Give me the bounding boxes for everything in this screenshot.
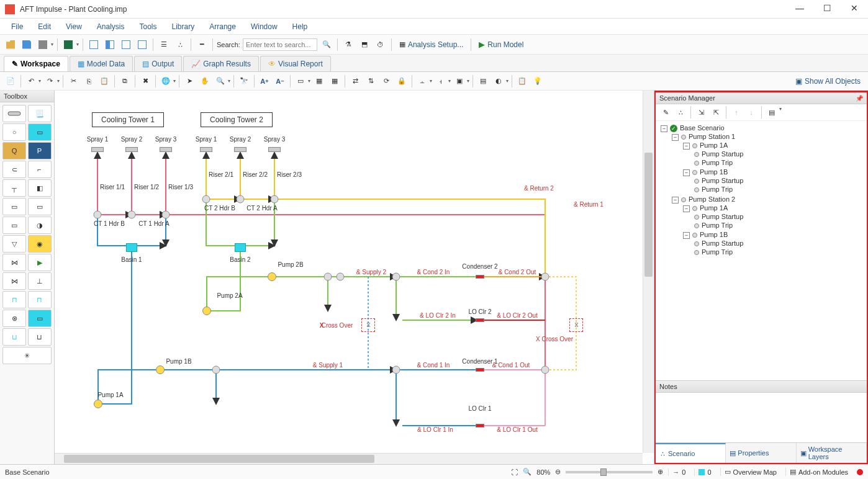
tab-output[interactable]: ▤ Output [134, 56, 182, 71]
node-cond1-out[interactable] [541, 366, 549, 374]
paste-button[interactable]: 📋 [97, 74, 111, 88]
tool-gas-accum[interactable]: ⊓ [2, 291, 26, 308]
collapse-icon[interactable]: − [661, 125, 667, 132]
tool-dead-end[interactable]: ⊔ [2, 328, 26, 346]
tab-properties[interactable]: ▤Properties [726, 443, 796, 463]
node-condenser-1[interactable] [476, 368, 484, 372]
node-ct2-hdrb[interactable] [202, 195, 210, 204]
undo-button[interactable]: ↶ [24, 74, 38, 88]
tool-control-valve[interactable]: ⊗ [2, 310, 26, 327]
snap-button[interactable]: ▦ [328, 74, 341, 88]
options-button[interactable]: ▤ [766, 106, 778, 119]
tool-annotation[interactable]: 📃 [28, 105, 52, 122]
tree-node-p1a-2[interactable]: −Pump 1A Pump Startup Pump Trip [683, 204, 864, 230]
excel-button[interactable] [61, 38, 75, 51]
tool-pipe[interactable] [2, 105, 26, 122]
node-pump-1a[interactable] [94, 400, 102, 408]
node-loclr-1[interactable] [476, 424, 484, 428]
node-loclr-2[interactable] [476, 318, 484, 322]
node-branch-supply2[interactable] [337, 273, 345, 281]
workspace-canvas[interactable]: Cooling Tower 1 Cooling Tower 2 Spray 1 … [55, 91, 643, 453]
delete-button[interactable]: ✖ [138, 74, 152, 88]
tool-valve[interactable]: ⋈ [2, 272, 26, 290]
layout-3-button[interactable] [119, 38, 133, 51]
tab-model-data[interactable]: ▦ Model Data [70, 56, 133, 71]
tree-node-p1b-1[interactable]: −Pump 1B Pump Startup Pump Trip [683, 168, 864, 194]
excel-dropdown[interactable]: ▾ [76, 42, 79, 47]
show-all-objects-button[interactable]: ▣ Show All Objects [792, 76, 864, 87]
tree-view-button[interactable]: ⛬ [674, 106, 687, 119]
tool-spray[interactable]: ▽ [2, 235, 26, 253]
expand-all-button[interactable]: ⇲ [695, 106, 707, 119]
node-spray-1-3[interactable] [160, 147, 172, 152]
zoom-dropdown[interactable]: ▾ [228, 78, 230, 84]
globe-button[interactable]: 🌐 [159, 74, 173, 88]
tool-surge-tank[interactable]: ▭ [28, 123, 52, 141]
tree-node-base[interactable]: −✓Base Scenario −Pump Station 1 −Pump 1A… [661, 123, 864, 258]
tree-node-startup[interactable]: Pump Startup [694, 176, 864, 185]
print-button[interactable] [36, 38, 50, 51]
tool-elbow[interactable]: ⌐ [28, 161, 52, 178]
transient-button[interactable]: ⬒ [358, 38, 371, 51]
tool-turbine[interactable]: ✳ [2, 347, 52, 364]
node-branch-1b[interactable] [212, 366, 220, 374]
tab-scenario[interactable]: ⛬Scenario [656, 443, 726, 463]
addon-modules-button[interactable]: ▤ Add-on Modules [785, 468, 852, 476]
vertical-scrollbar[interactable] [643, 91, 654, 453]
copy-button[interactable]: ⎘ [82, 74, 96, 88]
node-pump-2a[interactable] [202, 307, 211, 315]
menu-analysis[interactable]: Analysis [91, 20, 131, 33]
menu-window[interactable]: Window [245, 20, 284, 33]
node-cond2-in[interactable] [392, 273, 400, 281]
status-box-count[interactable]: 0 [694, 468, 715, 476]
layout-1-button[interactable] [87, 38, 101, 51]
distribute-button[interactable]: ⫞ [434, 74, 448, 88]
menu-tools[interactable]: Tools [133, 20, 163, 33]
tab-visual-report[interactable]: 👁 Visual Report [260, 56, 331, 71]
zoom-out-button[interactable]: ⊖ [555, 468, 561, 476]
menu-file[interactable]: File [5, 20, 29, 33]
zoom-knob[interactable] [600, 468, 607, 476]
node-pump-2b[interactable] [268, 272, 276, 281]
menu-library[interactable]: Library [166, 20, 201, 33]
tool-branch[interactable]: ⊂ [2, 161, 26, 178]
align-button[interactable]: ▭ [294, 74, 307, 88]
tool-assigned-pressure[interactable]: Q [2, 142, 26, 159]
tree-node-trip[interactable]: Pump Trip [694, 248, 864, 256]
group-button[interactable]: ▣ [453, 74, 466, 88]
font-dec-button[interactable]: A− [273, 74, 287, 88]
tool-general[interactable]: ▭ [2, 198, 26, 215]
search-go-button[interactable]: 🔍 [320, 38, 333, 51]
move-up-button[interactable]: ↑ [730, 106, 743, 119]
node-basin-2[interactable] [235, 243, 246, 252]
flip-h-button[interactable]: ⇄ [348, 74, 362, 88]
status-arrow-count[interactable]: → 0 [668, 468, 689, 476]
tool-screen[interactable]: ▭ [28, 198, 52, 215]
lock-button[interactable]: 🔒 [395, 74, 409, 88]
tree-node-trip[interactable]: Pump Trip [694, 158, 864, 167]
horizontal-scrollbar[interactable] [55, 453, 643, 464]
print-dropdown[interactable]: ▾ [51, 42, 53, 47]
tool-heat-exchanger[interactable]: ▭ [2, 217, 26, 234]
node-branch-2b[interactable] [324, 273, 332, 281]
redo-dropdown[interactable]: ▾ [57, 78, 60, 84]
tree-node-p1a-1[interactable]: −Pump 1A Pump Startup Pump Trip [683, 141, 864, 168]
fit-icon[interactable]: ⛶ [511, 468, 518, 476]
tool-pump[interactable]: ◉ [28, 235, 52, 253]
timer-button[interactable]: ⏱ [374, 38, 387, 51]
color-button[interactable]: ◐ [492, 74, 505, 88]
run-model-button[interactable]: ▶ Run Model [475, 38, 527, 50]
node-cond2-out[interactable] [541, 273, 549, 281]
scrollbar-thumb[interactable] [644, 153, 653, 277]
node-crossover-1[interactable]: ⧖ [361, 318, 375, 332]
collapse-all-button[interactable]: ⇱ [710, 106, 722, 119]
scenario-tree[interactable]: −✓Base Scenario −Pump Station 1 −Pump 1A… [656, 121, 867, 380]
flip-v-button[interactable]: ⇅ [364, 74, 377, 88]
maximize-button[interactable]: ☐ [818, 3, 836, 16]
overview-map-button[interactable]: ▭ Overview Map [720, 468, 780, 476]
pointer-button[interactable]: ➤ [183, 74, 196, 88]
move-down-button[interactable]: ↓ [745, 106, 757, 119]
menu-help[interactable]: Help [286, 20, 314, 33]
node-ct1-hdrb[interactable] [94, 211, 102, 219]
minimize-button[interactable]: — [791, 3, 808, 16]
